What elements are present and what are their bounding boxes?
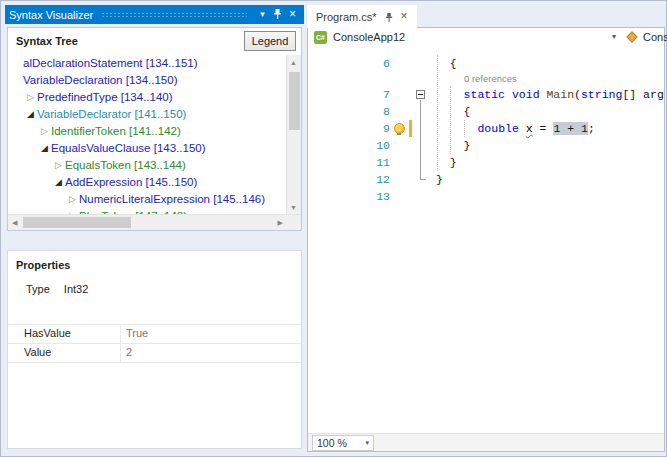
- type-value: Int32: [64, 283, 88, 295]
- legend-button[interactable]: Legend: [244, 31, 296, 51]
- codelens-row: 0 references: [308, 72, 664, 86]
- code-line: 13: [308, 188, 664, 205]
- tree-item-label: IdentifierToken [141..142): [51, 125, 181, 137]
- code-line: 11 }: [308, 154, 664, 171]
- code-text: {: [436, 55, 457, 72]
- pin-glyph: [273, 9, 282, 20]
- tree-item[interactable]: ◢AddExpression [145..150): [8, 174, 286, 191]
- tree-item-label: AddExpression [145..150): [65, 176, 197, 188]
- vertical-scroll-thumb[interactable]: [289, 72, 300, 130]
- tree-item[interactable]: ▷IdentifierToken [141..142): [8, 123, 286, 140]
- code-token: }: [436, 139, 471, 152]
- scroll-down-icon[interactable]: ▼: [290, 204, 297, 211]
- close-icon[interactable]: ×: [401, 11, 408, 22]
- property-row[interactable]: HasValueTrue: [8, 324, 301, 343]
- expand-arrow-icon[interactable]: ▷: [24, 89, 37, 106]
- code-token: [519, 122, 526, 135]
- tree-horizontal-scrollbar[interactable]: ◀ ▶: [8, 214, 301, 230]
- scroll-left-icon[interactable]: ◀: [12, 219, 17, 226]
- line-number: 6: [308, 55, 390, 72]
- editor-bottom-bar: 100 % ▾: [308, 433, 664, 451]
- tree-item[interactable]: alDeclarationStatement [134..151): [8, 55, 286, 72]
- type-dropdown[interactable]: Cons: [643, 31, 667, 43]
- code-token: string: [581, 88, 622, 101]
- toolwindow-title: Syntax Visualizer: [9, 9, 93, 21]
- pin-icon[interactable]: [270, 5, 285, 24]
- close-icon[interactable]: ×: [285, 5, 300, 24]
- properties-heading: Properties: [16, 259, 70, 271]
- code-editor[interactable]: 6 {0 references7 static void Main(string…: [308, 47, 664, 434]
- code-line: 6 {: [308, 55, 664, 72]
- code-text: }: [436, 171, 443, 188]
- window-position-icon[interactable]: ▾: [255, 5, 270, 24]
- code-token: [436, 88, 464, 101]
- editor-pane: Program.cs* × C# ConsoleApp12 ▾ Cons 6: [307, 5, 665, 452]
- expand-arrow-icon[interactable]: ▷: [52, 157, 65, 174]
- tree-item-label: EqualsValueClause [143..150): [51, 142, 206, 154]
- code-token: [] args): [622, 88, 664, 101]
- code-token: Main: [546, 88, 574, 101]
- tree-item[interactable]: ▷EqualsToken [143..144): [8, 157, 286, 174]
- tab-program-cs[interactable]: Program.cs* ×: [307, 5, 417, 28]
- tab-label: Program.cs*: [316, 11, 377, 23]
- code-token: =: [533, 122, 554, 135]
- collapse-arrow-icon[interactable]: ◢: [38, 140, 51, 157]
- tree-item[interactable]: ◢VariableDeclarator [141..150): [8, 106, 286, 123]
- code-line: 7 static void Main(string[] args): [308, 86, 664, 103]
- codelens-references[interactable]: 0 references: [464, 72, 517, 86]
- code-line: 12}: [308, 171, 664, 188]
- horizontal-scroll-thumb[interactable]: [23, 217, 131, 228]
- syntax-tree[interactable]: alDeclarationStatement [134..151)Variabl…: [8, 55, 286, 215]
- line-number: 8: [308, 103, 390, 120]
- expand-arrow-icon[interactable]: ▷: [38, 123, 51, 140]
- tree-vertical-scrollbar[interactable]: ▲ ▼: [286, 55, 301, 215]
- syntax-tree-box: Syntax Tree Legend alDeclarationStatemen…: [7, 27, 302, 231]
- tree-item-label: PredefinedType [134..140): [37, 91, 173, 103]
- scroll-right-icon[interactable]: ▶: [278, 219, 283, 226]
- property-name: Value: [24, 346, 51, 358]
- tree-item[interactable]: ▷NumericLiteralExpression [145..146): [8, 191, 286, 208]
- scroll-up-icon[interactable]: ▲: [290, 59, 297, 66]
- property-value: 2: [126, 346, 132, 358]
- highlighted-span: 1 + 1: [553, 122, 588, 135]
- outlining-collapse-icon[interactable]: [416, 90, 425, 99]
- toolwindow-titlebar[interactable]: Syntax Visualizer ▾ ×: [5, 5, 304, 24]
- code-text: }: [436, 137, 471, 154]
- code-token: [505, 88, 512, 101]
- code-token: ;: [588, 122, 595, 135]
- line-number: 12: [308, 171, 390, 188]
- chevron-down-icon[interactable]: ▾: [612, 32, 616, 41]
- line-number: 9: [308, 120, 390, 137]
- chevron-down-icon: ▾: [365, 439, 369, 447]
- tree-item[interactable]: VariableDeclaration [134..150): [8, 72, 286, 89]
- tree-item-label: NumericLiteralExpression [145..146): [79, 193, 265, 205]
- ide-window: Syntax Visualizer ▾ × Syntax Tree Legend…: [0, 0, 667, 457]
- tree-item-label: VariableDeclaration [134..150): [23, 74, 178, 86]
- code-text: double x = 1 + 1;: [436, 120, 595, 137]
- code-token: }: [436, 173, 443, 186]
- project-dropdown[interactable]: ConsoleApp12: [333, 31, 405, 43]
- csharp-project-icon: C#: [314, 31, 327, 44]
- tree-item-label: alDeclarationStatement [134..151): [23, 57, 198, 69]
- tree-item[interactable]: ▷PredefinedType [134..140): [8, 89, 286, 106]
- property-value: True: [126, 327, 148, 339]
- code-text: static void Main(string[] args): [436, 86, 664, 103]
- pin-glyph: [385, 13, 393, 23]
- collapse-arrow-icon[interactable]: ◢: [24, 106, 37, 123]
- change-bar: [409, 120, 412, 137]
- code-token: (: [574, 88, 581, 101]
- editor-body: C# ConsoleApp12 ▾ Cons 6 {0 references7 …: [307, 27, 665, 452]
- zoom-control[interactable]: 100 % ▾: [312, 435, 374, 451]
- zoom-label: 100 %: [317, 437, 347, 449]
- lightbulb-icon[interactable]: [394, 123, 405, 134]
- property-row[interactable]: Value2: [8, 343, 301, 362]
- tree-item[interactable]: ◢EqualsValueClause [143..150): [8, 140, 286, 157]
- type-row: TypeInt32: [26, 283, 88, 295]
- collapse-arrow-icon[interactable]: ◢: [52, 174, 65, 191]
- properties-grid: HasValueTrueValue2: [8, 324, 301, 363]
- tree-item-label: EqualsToken [143..144): [65, 159, 186, 171]
- code-token: x: [526, 122, 533, 135]
- pin-icon[interactable]: [385, 10, 393, 22]
- expand-arrow-icon[interactable]: ▷: [66, 191, 79, 208]
- code-token: }: [436, 156, 457, 169]
